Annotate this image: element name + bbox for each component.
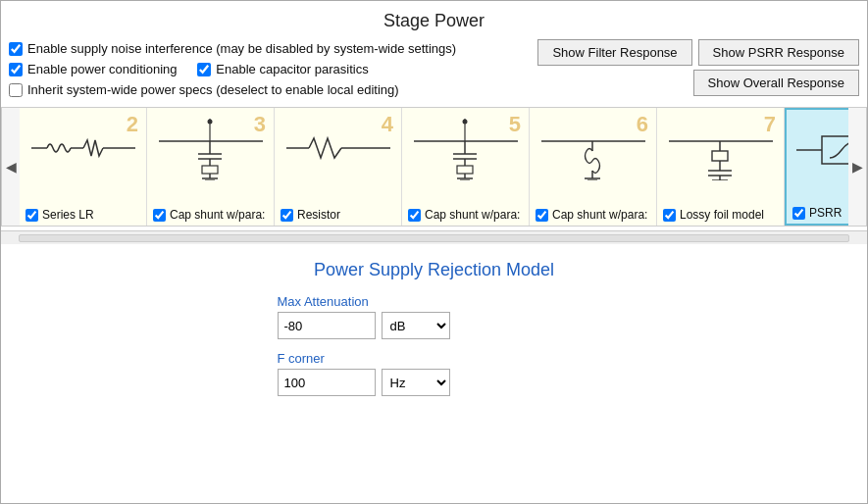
page-title: Stage Power [1, 1, 867, 37]
inherit-specs-checkbox[interactable] [9, 83, 23, 97]
svg-rect-34 [712, 151, 728, 161]
stage-label-row-7: Lossy foil model [659, 208, 782, 222]
checkboxes-column: Enable supply noise interference (may be… [9, 37, 537, 99]
stage-card-4[interactable]: 4 Resistor [275, 108, 402, 226]
stage-label-row-2: Series LR [22, 208, 144, 222]
psrm-fields: Max Attenuation dB dBV dBm F corner Hz [278, 294, 591, 396]
stage-2-label: Series LR [42, 208, 94, 222]
stage-carousel: ◀ 2 [1, 107, 867, 227]
stage-4-checkbox[interactable] [281, 209, 293, 222]
max-attenuation-field: Max Attenuation dB dBV dBm [278, 294, 591, 339]
stage-6-label: Cap shunt w/para: [552, 208, 647, 222]
stage-card-5[interactable]: 5 [402, 108, 530, 226]
stage-8-checkbox[interactable] [792, 207, 805, 220]
stage-label-row-5: Cap shunt w/para: [404, 208, 527, 222]
carousel-left-arrow[interactable]: ◀ [2, 108, 20, 226]
f-corner-input[interactable] [278, 369, 376, 396]
checkbox-row-3: Inherit system-wide power specs (deselec… [9, 80, 537, 99]
stage-circuit-5 [404, 112, 527, 185]
carousel-scrollbar [1, 230, 867, 244]
max-attenuation-label: Max Attenuation [278, 294, 591, 309]
svg-rect-8 [202, 166, 218, 174]
inherit-specs-label: Inherit system-wide power specs (deselec… [27, 82, 399, 97]
stage-2-checkbox[interactable] [26, 209, 38, 222]
capacitor-parasitics-label: Enable capacitor parasitics [216, 62, 368, 76]
max-attenuation-unit-select[interactable]: dB dBV dBm [382, 312, 450, 339]
stage-6-checkbox[interactable] [536, 209, 548, 222]
stage-7-label: Lossy foil model [680, 208, 764, 222]
capacitor-parasitics-checkbox[interactable] [197, 63, 211, 76]
stage-circuit-4 [277, 112, 399, 185]
supply-noise-label: Enable supply noise interference (may be… [27, 41, 456, 56]
stage-circuit-3 [149, 112, 272, 185]
carousel-right-arrow[interactable]: ▶ [848, 108, 866, 226]
show-overall-response-button[interactable]: Show Overall Response [693, 70, 859, 96]
scrollbar-track [19, 234, 849, 242]
f-corner-field: F corner Hz kHz MHz [278, 351, 591, 396]
stage-card-3[interactable]: 3 [147, 108, 275, 226]
checkbox-row-1: Enable supply noise interference (may be… [9, 39, 537, 58]
stage-card-2[interactable]: 2 [20, 108, 147, 226]
stage-label-row-3: Cap shunt w/para: [149, 208, 272, 222]
show-psrr-response-button[interactable]: Show PSRR Response [698, 39, 859, 66]
stage-7-checkbox[interactable] [663, 209, 676, 222]
stage-3-label: Cap shunt w/para: [170, 208, 265, 222]
stage-label-row-6: Cap shunt w/para: [532, 208, 654, 222]
psrm-section: Power Supply Rejection Model Max Attenua… [1, 244, 867, 503]
stage-label-row-4: Resistor [277, 208, 399, 222]
max-attenuation-input-row: dB dBV dBm [278, 312, 591, 339]
stage-card-8[interactable]: 8 PSRR [785, 108, 848, 226]
top-section: Enable supply noise interference (may be… [1, 37, 867, 99]
stage-circuit-2 [22, 112, 144, 185]
svg-rect-21 [457, 166, 473, 174]
stage-card-7[interactable]: 7 [657, 108, 785, 226]
stage-4-label: Resistor [297, 208, 340, 222]
stage-5-label: Cap shunt w/para: [425, 208, 520, 222]
stage-card-6[interactable]: 6 Cap shunt w/para: [530, 108, 657, 226]
psrm-title: Power Supply Rejection Model [314, 260, 554, 280]
f-corner-input-row: Hz kHz MHz [278, 369, 591, 396]
top-btn-row: Show Filter Response Show PSRR Response [537, 39, 859, 66]
supply-noise-checkbox[interactable] [9, 42, 23, 56]
stage-3-checkbox[interactable] [153, 209, 166, 222]
show-filter-response-button[interactable]: Show Filter Response [537, 39, 691, 66]
f-corner-unit-select[interactable]: Hz kHz MHz [382, 369, 450, 396]
stage-power-panel: Stage Power Enable supply noise interfer… [0, 0, 868, 504]
stage-5-checkbox[interactable] [408, 209, 421, 222]
stage-8-label: PSRR [809, 206, 842, 220]
stage-circuit-6 [532, 112, 654, 185]
bottom-btn-row: Show Overall Response [693, 70, 859, 96]
f-corner-label: F corner [278, 351, 591, 366]
checkbox-row-2: Enable power conditioning Enable capacit… [9, 60, 537, 78]
power-conditioning-checkbox[interactable] [9, 63, 23, 76]
power-conditioning-label: Enable power conditioning [27, 62, 178, 76]
svg-rect-41 [822, 136, 848, 164]
stage-label-row-8: PSRR [789, 206, 848, 220]
carousel-items: 2 [20, 108, 848, 226]
buttons-column: Show Filter Response Show PSRR Response … [537, 37, 859, 99]
max-attenuation-input[interactable] [278, 312, 376, 339]
stage-circuit-8 [789, 114, 848, 187]
stage-circuit-7 [659, 112, 782, 185]
